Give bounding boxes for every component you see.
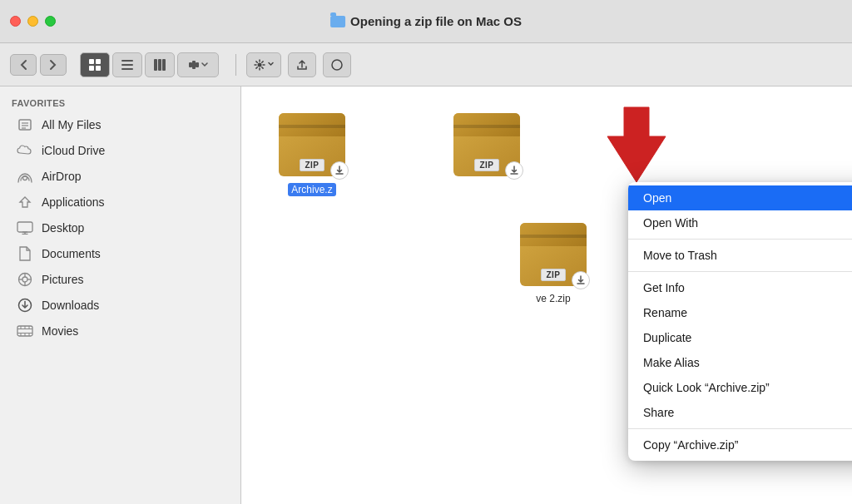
sidebar-item-applications[interactable]: Applications (5, 190, 235, 215)
sidebar-item-documents[interactable]: Documents (5, 241, 235, 266)
context-menu-share[interactable]: Share ▶ (628, 400, 852, 425)
main-area: Favorites All My Files iCloud Drive (0, 86, 852, 504)
svg-rect-11 (192, 61, 196, 69)
context-menu-separator-3 (628, 428, 852, 429)
tags-button[interactable] (323, 52, 351, 77)
context-menu: Open Open With ▶ Move to Trash Get Info … (628, 182, 852, 461)
context-menu-move-to-trash[interactable]: Move to Trash (628, 243, 852, 268)
svg-rect-9 (162, 59, 166, 71)
svg-rect-0 (89, 59, 94, 64)
nav-buttons (10, 54, 67, 76)
context-menu-copy-label: Copy “Archive.zip” (643, 438, 738, 452)
context-menu-make-alias[interactable]: Make Alias (628, 350, 852, 375)
svg-rect-8 (158, 59, 161, 71)
share-button[interactable] (288, 52, 316, 77)
applications-icon (17, 194, 33, 210)
grid-view-button[interactable] (80, 52, 110, 77)
context-menu-separator-1 (628, 239, 852, 240)
zip-label-3: ZIP (541, 269, 565, 281)
maximize-button[interactable] (45, 16, 56, 27)
minimize-button[interactable] (27, 16, 38, 27)
context-menu-open-with-label: Open With (643, 216, 698, 230)
arrow-overlay (599, 103, 674, 190)
zip-badge-2 (505, 161, 523, 180)
svg-point-13 (258, 62, 262, 67)
movies-icon (17, 323, 33, 339)
close-button[interactable] (10, 16, 21, 27)
downloads-icon (17, 297, 33, 314)
context-menu-share-label: Share (643, 406, 674, 419)
sidebar-item-desktop[interactable]: Desktop (5, 215, 235, 240)
title-bar: Opening a zip file on Mac OS (0, 0, 852, 43)
content-area: ZIP Archive.z ZIP (241, 86, 852, 504)
context-menu-quick-look-label: Quick Look “Archive.zip” (643, 381, 770, 394)
sidebar-item-icloud-drive[interactable]: iCloud Drive (5, 138, 235, 163)
airdrop-icon (17, 168, 33, 185)
sidebar-item-label: AirDrop (42, 170, 81, 183)
sidebar-item-all-my-files[interactable]: All My Files (5, 112, 235, 137)
sidebar-item-label: Desktop (42, 221, 84, 235)
toolbar-separator-1 (235, 54, 236, 76)
documents-icon (17, 245, 33, 262)
column-view-button[interactable] (145, 52, 175, 77)
file-label-archive1: Archive.z (288, 183, 335, 196)
list-view-button[interactable] (112, 52, 142, 77)
sidebar-item-label: Documents (42, 247, 101, 260)
zip-file-icon-3: ZIP (516, 221, 591, 288)
svg-rect-12 (196, 62, 199, 67)
folder-icon (330, 16, 345, 27)
zip-label-2: ZIP (474, 159, 498, 171)
context-menu-open-with[interactable]: Open With ▶ (628, 210, 852, 235)
sidebar-item-pictures[interactable]: Pictures (5, 267, 235, 292)
context-menu-quick-look[interactable]: Quick Look “Archive.zip” (628, 375, 852, 400)
svg-rect-5 (121, 64, 133, 66)
sidebar-item-movies[interactable]: Movies (5, 319, 235, 343)
sidebar-item-label: iCloud Drive (42, 144, 105, 157)
forward-button[interactable] (40, 54, 67, 76)
all-my-files-icon (17, 116, 33, 133)
context-menu-duplicate[interactable]: Duplicate (628, 325, 852, 350)
zip-file-icon-1: ZIP (275, 111, 349, 178)
context-menu-get-info[interactable]: Get Info (628, 275, 852, 300)
zip-badge-1 (330, 161, 349, 180)
context-menu-copy[interactable]: Copy “Archive.zip” (628, 432, 852, 457)
zip-label-1: ZIP (300, 159, 324, 171)
icloud-drive-icon (17, 142, 33, 159)
svg-marker-41 (607, 107, 666, 182)
svg-rect-1 (96, 59, 101, 64)
zip-box-2: ZIP (453, 113, 520, 176)
context-menu-move-to-trash-label: Move to Trash (643, 249, 717, 262)
svg-rect-4 (121, 60, 133, 62)
context-menu-rename[interactable]: Rename (628, 300, 852, 325)
sidebar-item-airdrop[interactable]: AirDrop (5, 164, 235, 189)
sidebar-section-title: Favorites (0, 95, 240, 111)
svg-rect-6 (121, 68, 133, 70)
svg-rect-14 (332, 60, 342, 70)
context-menu-duplicate-label: Duplicate (643, 331, 691, 344)
back-button[interactable] (10, 54, 37, 76)
file-item-archive1[interactable]: ZIP Archive.z (275, 111, 349, 196)
gallery-view-button[interactable] (177, 52, 219, 77)
zip-badge-3 (572, 271, 590, 289)
window-title: Opening a zip file on Mac OS (350, 14, 522, 28)
context-menu-rename-label: Rename (643, 306, 687, 319)
sidebar-item-downloads[interactable]: Downloads (5, 293, 235, 318)
svg-point-25 (22, 277, 27, 282)
sidebar-item-label: All My Files (42, 118, 102, 131)
sidebar: Favorites All My Files iCloud Drive (0, 86, 241, 504)
sidebar-item-label: Applications (42, 195, 105, 209)
toolbar (0, 43, 852, 86)
action-button[interactable] (246, 52, 281, 77)
context-menu-make-alias-label: Make Alias (643, 356, 700, 369)
context-menu-open[interactable]: Open (628, 185, 852, 210)
sidebar-item-label: Pictures (42, 273, 84, 286)
svg-rect-7 (154, 59, 157, 71)
view-buttons (80, 52, 219, 77)
svg-rect-20 (17, 222, 32, 232)
zip-file-icon-2: ZIP (449, 111, 524, 178)
file-item-archive3[interactable]: ZIP ve 2.zip (516, 221, 591, 304)
pictures-icon (17, 271, 33, 288)
zip-box-3: ZIP (520, 223, 587, 286)
sidebar-item-label: Downloads (42, 299, 99, 312)
file-item-archive2[interactable]: ZIP (449, 111, 524, 196)
